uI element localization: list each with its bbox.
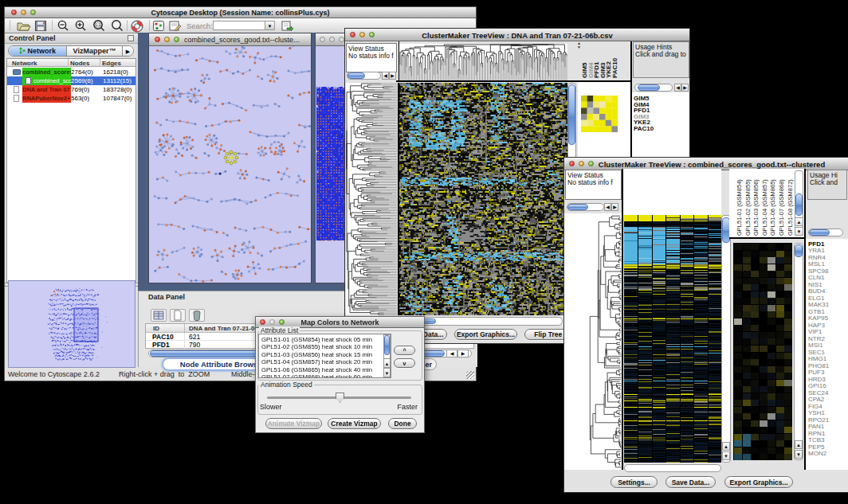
- svg-text:1:1: 1:1: [96, 23, 101, 27]
